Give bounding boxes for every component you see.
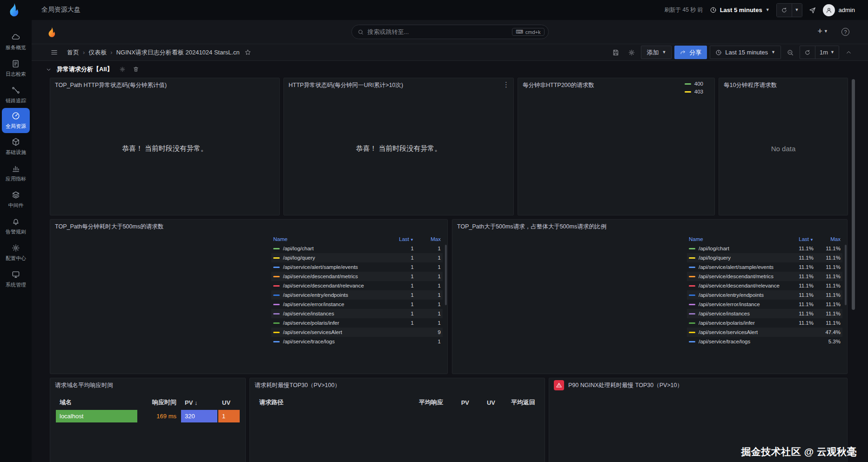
sidebar-item-中间件[interactable]: 中间件 xyxy=(0,186,32,213)
add-new-button[interactable]: +▼ xyxy=(818,27,828,36)
menu-toggle[interactable] xyxy=(47,46,61,59)
table-row[interactable]: localhost169 ms3201 xyxy=(56,410,240,422)
table-column-header[interactable]: 域名 xyxy=(56,398,137,407)
panel-top-path-http-error-codes: TOP_Path HTTP异常状态码(每分钟累计值) 恭喜！ 当前时段没有异常。 xyxy=(50,78,280,215)
search-input[interactable]: 搜索或跳转至... ⌨ cmd+k xyxy=(351,25,549,39)
table-column-header[interactable]: 平均返回 xyxy=(500,398,539,407)
legend-col-name[interactable]: Name xyxy=(689,236,787,242)
domain-cell[interactable]: localhost xyxy=(56,410,137,422)
series-max-value: 5.3% xyxy=(814,339,841,344)
dashboard-refresh-button[interactable] xyxy=(800,46,815,59)
legend-item[interactable]: 403 xyxy=(685,89,703,94)
add-panel-button[interactable]: 添加▼ xyxy=(641,46,672,59)
table-column-header[interactable]: 请求路径 xyxy=(256,398,406,407)
table-column-header[interactable]: UV xyxy=(218,399,240,406)
legend-row[interactable]: /api/service/error/instance11.1%11.1% xyxy=(687,300,842,309)
table-column-header[interactable]: 响应时间 xyxy=(138,398,180,407)
breadcrumb-item[interactable]: 仪表板 xyxy=(88,48,107,57)
panel-title[interactable]: TOP_Path大于500ms请求，占整体大于500ms请求的比例 xyxy=(452,220,847,234)
panel-menu-icon[interactable]: ⋮ xyxy=(503,80,510,89)
sidebar-item-告警规则[interactable]: 告警规则 xyxy=(0,213,32,239)
table-column-header[interactable]: PV xyxy=(448,399,473,406)
sidebar-item-全局资源[interactable]: 全局资源 xyxy=(2,108,30,133)
series-max-value: 11.1% xyxy=(814,264,841,270)
legend-col-last[interactable]: Last▼ xyxy=(387,236,414,242)
legend-row[interactable]: /api/service/entry/endpoints11.1%11.1% xyxy=(687,290,842,300)
breadcrumb-item[interactable]: 首页 xyxy=(67,48,79,57)
legend-row[interactable]: /api/service/instances11.1%11.1% xyxy=(687,309,842,318)
series-color-swatch xyxy=(273,341,280,342)
collapse-toolbar-button[interactable] xyxy=(842,46,855,59)
table-column-header[interactable]: PV ↓ xyxy=(181,399,217,406)
legend-row[interactable]: /api/service/descendant/metrics11 xyxy=(271,272,443,281)
platform-logo[interactable] xyxy=(6,2,22,18)
table-column-header[interactable]: UV xyxy=(474,399,499,406)
help-button[interactable]: ? xyxy=(841,28,849,36)
legend-row[interactable]: /api/log/chart11 xyxy=(271,244,443,253)
refresh-interval-caret[interactable]: ▼ xyxy=(792,4,802,17)
legend-col-max[interactable]: Max xyxy=(814,236,841,242)
refresh-interval-select[interactable]: 1m ▼ xyxy=(815,46,839,59)
legend-row[interactable]: /api/log/chart11.1%11.1% xyxy=(687,244,842,253)
legend-row[interactable]: /api/service/trace/logs1 xyxy=(271,337,443,346)
zoom-out-button[interactable] xyxy=(784,46,797,59)
row-collapse-chevron[interactable] xyxy=(46,67,52,73)
legend-row[interactable]: /api/service/alert/sample/events11.1%11.… xyxy=(687,262,842,272)
series-max-value: 1 xyxy=(414,246,441,251)
legend-row[interactable]: /api/log/query11 xyxy=(271,253,443,262)
sidebar-item-系统管理[interactable]: 系统管理 xyxy=(0,266,32,292)
dashboard-time-picker[interactable]: Last 15 minutes ▼ xyxy=(710,46,781,59)
legend-scrollbar-thumb[interactable] xyxy=(445,245,447,305)
legend-row[interactable]: /api/service/descendant/relevance11.1%11… xyxy=(687,281,842,290)
legend-row[interactable]: /api/service/descendant/relevance11 xyxy=(271,281,443,290)
scrollbar-thumb[interactable] xyxy=(852,79,855,310)
dashboard-settings-button[interactable] xyxy=(625,46,638,59)
refresh-button[interactable] xyxy=(777,4,792,17)
sidebar-item-日志检索[interactable]: 日志检索 xyxy=(0,55,32,81)
table-column-header[interactable]: 平均响应 xyxy=(407,398,447,407)
legend-row[interactable]: /api/service/descendant/metrics11.1%11.1… xyxy=(687,272,842,281)
grafana-logo[interactable] xyxy=(46,26,58,38)
legend-row[interactable]: /api/service/servicesAlert9 xyxy=(271,328,443,337)
sidebar-item-服务概览[interactable]: 服务概览 xyxy=(0,28,32,55)
panel-title-row[interactable]: P90 NGINX处理耗时最慢 TOP30（PV>10） xyxy=(549,378,847,392)
legend-col-max[interactable]: Max xyxy=(414,236,441,242)
legend-row[interactable]: /api/service/trace/logs5.3% xyxy=(687,337,842,346)
sidebar-item-链路追踪[interactable]: 链路追踪 xyxy=(0,81,32,108)
panel-non-200-requests: 每分钟非HTTP200的请求数 010203014:0514:1014:15 4… xyxy=(518,78,715,215)
sidebar-item-基础设施[interactable]: 基础设施 xyxy=(0,133,32,160)
legend-row[interactable]: /api/service/entry/endpoints11 xyxy=(271,290,443,300)
send-button[interactable] xyxy=(809,7,816,14)
legend-item[interactable]: 400 xyxy=(685,81,703,87)
legend-row[interactable]: /api/service/polaris/infer11.1%11.1% xyxy=(687,318,842,328)
sidebar-item-应用指标[interactable]: 应用指标 xyxy=(0,160,32,186)
global-time-picker[interactable]: Last 5 minutes ▼ xyxy=(710,7,770,13)
breadcrumb-item[interactable]: NGINX请求日志分析看板 20241024 StarsL.cn xyxy=(116,48,240,57)
legend-col-name[interactable]: Name xyxy=(273,236,387,242)
legend-row[interactable]: /api/service/alert/sample/events11 xyxy=(271,262,443,272)
share-button[interactable]: 分享 xyxy=(674,46,707,59)
user-menu[interactable]: admin xyxy=(823,4,855,16)
legend-row[interactable]: /api/service/servicesAlert47.4% xyxy=(687,328,842,337)
legend-row[interactable]: /api/service/instances11 xyxy=(271,309,443,318)
panel-title[interactable]: 请求耗时最慢TOP30（PV>100） xyxy=(250,378,545,392)
panel-title[interactable]: HTTP异常状态码(每分钟同一URI累计>10次) xyxy=(284,78,513,92)
panel-title[interactable]: 请求域名平均响应时间 xyxy=(50,378,245,392)
sidebar-item-配置中心[interactable]: 配置中心 xyxy=(0,239,32,266)
legend-row[interactable]: /api/service/polaris/infer11 xyxy=(271,318,443,328)
save-dashboard-button[interactable] xyxy=(609,46,622,59)
legend-col-last[interactable]: Last▼ xyxy=(787,236,814,242)
row-settings-icon[interactable] xyxy=(118,65,127,74)
legend-scrollbar-thumb[interactable] xyxy=(845,245,847,305)
row-delete-icon[interactable] xyxy=(132,65,140,74)
panel-title[interactable]: TOP_Path HTTP异常状态码(每分钟累计值) xyxy=(50,78,279,92)
panel-title[interactable]: TOP_Path每分钟耗时大于500ms的请求数 xyxy=(50,220,447,234)
series-max-value: 1 xyxy=(414,255,441,261)
legend-row[interactable]: /api/service/error/instance11 xyxy=(271,300,443,309)
dashboard-row-title[interactable]: 异常请求分析【All】 xyxy=(57,65,113,74)
legend-label: 400 xyxy=(694,81,703,87)
clock-icon xyxy=(710,7,717,13)
legend-row[interactable]: /api/log/query11.1%11.1% xyxy=(687,253,842,262)
panel-title[interactable]: 每10分钟程序请求数 xyxy=(719,78,848,92)
favorite-star-icon[interactable] xyxy=(244,49,251,56)
